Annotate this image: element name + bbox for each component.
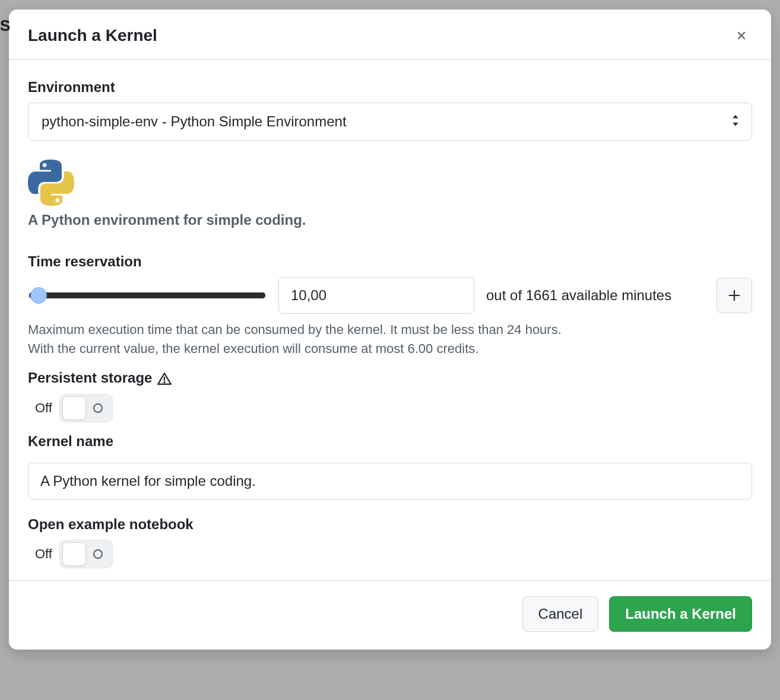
- environment-select[interactable]: python-simple-env - Python Simple Enviro…: [28, 103, 752, 141]
- open-example-notebook-state-label: Off: [35, 546, 52, 562]
- background-letter: S: [0, 17, 10, 35]
- close-icon: [735, 29, 748, 42]
- svg-point-1: [164, 381, 165, 382]
- add-time-button[interactable]: [716, 278, 752, 313]
- cancel-button-label: Cancel: [538, 606, 583, 622]
- environment-select-wrapper: python-simple-env - Python Simple Enviro…: [28, 103, 752, 141]
- toggle-knob: [62, 542, 86, 566]
- modal-body: Environment python-simple-env - Python S…: [9, 60, 771, 580]
- open-example-notebook-toggle[interactable]: [59, 540, 113, 568]
- open-example-notebook-label: Open example notebook: [28, 516, 752, 533]
- close-button[interactable]: [731, 25, 752, 46]
- modal-footer: Cancel Launch a Kernel: [9, 580, 771, 650]
- time-reservation-row: out of 1661 available minutes: [28, 277, 752, 314]
- time-help-line-1: Maximum execution time that can be consu…: [28, 322, 752, 338]
- persistent-storage-label: Persistent storage: [28, 370, 752, 387]
- time-reservation-label: Time reservation: [28, 253, 752, 270]
- launch-kernel-modal: Launch a Kernel Environment python-simpl…: [9, 9, 771, 650]
- toggle-knob: [62, 396, 86, 420]
- python-icon: [28, 160, 74, 206]
- time-slider-wrapper: [28, 290, 267, 301]
- cancel-button[interactable]: Cancel: [522, 596, 599, 632]
- warning-icon: [157, 370, 172, 387]
- kernel-name-block: Kernel name: [28, 433, 752, 499]
- plus-icon: [728, 289, 741, 302]
- open-example-notebook-toggle-row: Off: [35, 540, 752, 568]
- modal-backdrop: S Launch a Kernel Environment python-sim…: [0, 0, 780, 700]
- persistent-storage-block: Persistent storage Off: [28, 370, 752, 422]
- persistent-storage-label-text: Persistent storage: [28, 370, 152, 386]
- launch-button-label: Launch a Kernel: [625, 606, 736, 622]
- toggle-off-indicator-icon: [93, 403, 103, 413]
- modal-title: Launch a Kernel: [28, 26, 157, 45]
- modal-header: Launch a Kernel: [9, 9, 771, 60]
- open-example-notebook-block: Open example notebook Off: [28, 516, 752, 568]
- toggle-off-indicator-icon: [93, 549, 103, 559]
- launch-kernel-button[interactable]: Launch a Kernel: [609, 596, 752, 632]
- persistent-storage-toggle-row: Off: [35, 394, 752, 422]
- environment-description: A Python environment for simple coding.: [28, 212, 752, 228]
- available-minutes-text: out of 1661 available minutes: [486, 287, 705, 304]
- environment-label: Environment: [28, 79, 752, 96]
- time-help-line-2: With the current value, the kernel execu…: [28, 341, 752, 357]
- kernel-name-input[interactable]: [28, 463, 752, 499]
- kernel-name-label: Kernel name: [28, 433, 752, 450]
- persistent-storage-state-label: Off: [35, 400, 52, 416]
- time-reservation-input[interactable]: [278, 277, 474, 314]
- time-reservation-slider[interactable]: [29, 292, 265, 298]
- environment-selected-value: python-simple-env - Python Simple Enviro…: [42, 113, 347, 130]
- persistent-storage-toggle[interactable]: [59, 394, 113, 422]
